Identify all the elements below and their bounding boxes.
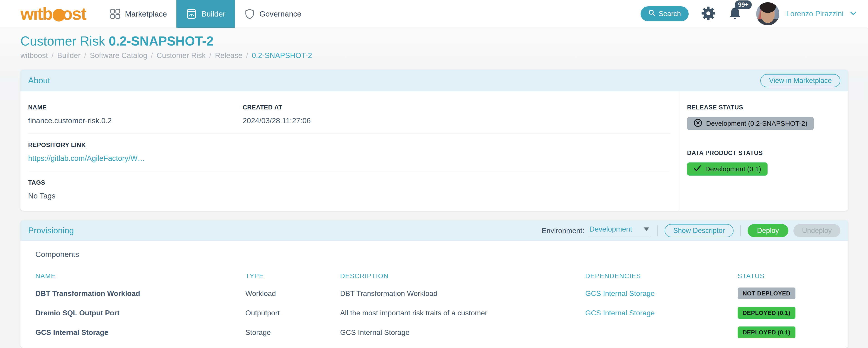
top-bar-actions: Search — [641, 2, 868, 25]
shield-icon — [244, 9, 255, 19]
component-type: Storage — [245, 328, 340, 337]
witboost-logo[interactable]: wıtbost — [21, 5, 86, 23]
settings-button[interactable] — [701, 6, 715, 21]
nav-label-governance: Governance — [259, 9, 301, 19]
component-name: DBT Transformation Workload — [35, 289, 245, 298]
x-circle-icon — [693, 118, 703, 129]
component-dependency-link[interactable]: GCS Internal Storage — [585, 309, 738, 317]
breadcrumb-current-version: 0.2-SNAPSHOT-2 — [252, 51, 312, 60]
about-card-header: About View in Marketplace — [21, 70, 848, 91]
divider — [28, 133, 671, 134]
tags-label: TAGS — [28, 179, 671, 186]
avatar[interactable] — [756, 2, 779, 25]
svg-text:</>: </> — [189, 13, 194, 18]
provisioning-body: Components NAME TYPE DESCRIPTION DEPENDE… — [21, 241, 848, 348]
breadcrumb-software-catalog[interactable]: Software Catalog — [90, 51, 147, 60]
field-repository-link: REPOSITORY LINK https://gitlab.com/Agile… — [28, 142, 671, 163]
top-bar: wıtbost Marketplace </> Builder — [0, 0, 868, 28]
breadcrumb: witboost / Builder / Software Catalog / … — [21, 51, 847, 60]
notification-count-badge: 99+ — [735, 0, 752, 9]
about-card: About View in Marketplace NAME finance.c… — [21, 70, 848, 211]
component-status-badge: DEPLOYED (0.1) — [738, 326, 796, 338]
component-type: Workload — [245, 289, 340, 298]
notifications-button[interactable]: 99+ — [728, 6, 742, 21]
user-name[interactable]: Lorenzo Pirazzini — [786, 9, 843, 18]
user-menu-button[interactable] — [850, 10, 857, 17]
page-title-version: 0.2-SNAPSHOT-2 — [109, 34, 214, 48]
environment-select[interactable]: Development — [589, 225, 651, 236]
repository-link-label: REPOSITORY LINK — [28, 142, 671, 149]
search-icon — [648, 9, 655, 19]
breadcrumb-builder[interactable]: Builder — [57, 51, 81, 60]
divider — [657, 225, 658, 236]
breadcrumb-witboost[interactable]: witboost — [21, 51, 48, 60]
logo-text-right: ost — [62, 5, 86, 23]
main-nav: Marketplace </> Builder Governance — [100, 0, 311, 28]
check-icon — [693, 165, 702, 174]
components-table: NAME TYPE DESCRIPTION DEPENDENCIES STATU… — [35, 272, 840, 338]
show-descriptor-button[interactable]: Show Descriptor — [664, 224, 733, 237]
created-at-label: CREATED AT — [243, 104, 671, 111]
grid-icon — [110, 9, 120, 19]
release-status-text: Development (0.2-SNAPSHOT-2) — [706, 119, 807, 127]
divider — [740, 225, 741, 236]
gear-icon — [701, 6, 715, 21]
component-dependency-link[interactable]: GCS Internal Storage — [585, 289, 738, 298]
release-status-label: RELEASE STATUS — [687, 104, 841, 111]
breadcrumb-separator: / — [52, 51, 54, 60]
data-product-status-badge: Development (0.1) — [687, 163, 768, 176]
nav-label-builder: Builder — [202, 9, 225, 19]
deploy-button[interactable]: Deploy — [748, 224, 788, 237]
environment-selected-value: Development — [589, 225, 644, 233]
component-name: GCS Internal Storage — [35, 328, 245, 337]
component-description: All the most important risk traits of a … — [340, 309, 585, 317]
component-description: GCS Internal Storage — [340, 328, 585, 337]
nav-item-builder[interactable]: </> Builder — [177, 0, 235, 28]
component-type: Outputport — [245, 309, 340, 317]
column-header-name: NAME — [35, 272, 245, 280]
component-name: Dremio SQL Output Port — [35, 309, 245, 317]
data-product-status-label: DATA PRODUCT STATUS — [687, 149, 841, 156]
search-button[interactable]: Search — [641, 6, 689, 21]
page-head: Customer Risk 0.2-SNAPSHOT-2 witboost / … — [0, 28, 868, 60]
provisioning-card-header: Provisioning Environment: Development Sh… — [21, 220, 848, 241]
name-label: NAME — [28, 104, 243, 111]
column-header-description: DESCRIPTION — [340, 272, 585, 280]
provisioning-card: Provisioning Environment: Development Sh… — [21, 220, 848, 348]
field-created-at: CREATED AT 2024/03/28 11:27:06 — [243, 104, 671, 125]
field-tags: TAGS No Tags — [28, 179, 671, 200]
column-header-dependencies: DEPENDENCIES — [585, 272, 738, 280]
data-product-status-text: Development (0.1) — [705, 165, 761, 173]
chevron-down-icon — [850, 10, 857, 17]
breadcrumb-release[interactable]: Release — [215, 51, 242, 60]
about-right-pane: RELEASE STATUS Development (0.2-SNAPSHOT… — [679, 91, 848, 211]
breadcrumb-separator: / — [151, 51, 153, 60]
column-header-status: STATUS — [738, 272, 840, 280]
nav-label-marketplace: Marketplace — [125, 9, 167, 19]
page-title-name: Customer Risk — [21, 34, 105, 48]
breadcrumb-separator: / — [84, 51, 86, 60]
nav-item-governance[interactable]: Governance — [235, 0, 311, 28]
undeploy-button: Undeploy — [794, 224, 840, 237]
search-label: Search — [659, 10, 681, 18]
field-release-status: RELEASE STATUS Development (0.2-SNAPSHOT… — [687, 104, 841, 130]
code-window-icon: </> — [186, 8, 197, 19]
caret-down-icon — [644, 228, 649, 231]
provisioning-title: Provisioning — [28, 226, 74, 235]
logo-text-left: wıtb — [21, 5, 52, 23]
environment-label: Environment: — [542, 227, 585, 235]
tags-value: No Tags — [28, 192, 671, 200]
logo-dot — [53, 9, 65, 22]
field-name: NAME finance.customer-risk.0.2 — [28, 104, 243, 125]
repository-link[interactable]: https://gitlab.com/AgileFactory/W… — [28, 154, 671, 163]
component-status-badge: NOT DEPLOYED — [738, 287, 796, 299]
about-body: NAME finance.customer-risk.0.2 CREATED A… — [21, 91, 848, 211]
release-status-badge: Development (0.2-SNAPSHOT-2) — [687, 117, 814, 130]
page-title: Customer Risk 0.2-SNAPSHOT-2 — [21, 34, 847, 48]
nav-item-marketplace[interactable]: Marketplace — [100, 0, 177, 28]
breadcrumb-separator: / — [209, 51, 211, 60]
view-in-marketplace-button[interactable]: View in Marketplace — [760, 74, 840, 87]
created-at-value: 2024/03/28 11:27:06 — [243, 116, 671, 125]
breadcrumb-customer-risk[interactable]: Customer Risk — [156, 51, 206, 60]
breadcrumb-separator: / — [246, 51, 248, 60]
